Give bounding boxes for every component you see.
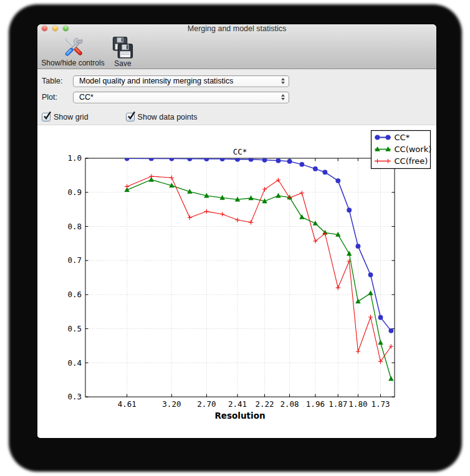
plot-select-value: CC* bbox=[79, 92, 269, 103]
controls-panel: Table: Model quality and intensity mergi… bbox=[37, 69, 436, 125]
zoom-button[interactable] bbox=[63, 26, 69, 31]
show-grid-checkbox[interactable] bbox=[42, 113, 50, 121]
svg-text:1.80: 1.80 bbox=[348, 399, 367, 409]
svg-text:CC*: CC* bbox=[233, 147, 247, 156]
axes-frame bbox=[85, 158, 395, 397]
plot-label: Plot: bbox=[42, 92, 57, 103]
checkmark-icon bbox=[127, 111, 137, 121]
svg-text:0.8: 0.8 bbox=[67, 222, 82, 231]
svg-text:CC(work): CC(work) bbox=[395, 145, 432, 154]
show-data-points-label: Show data points bbox=[138, 113, 198, 121]
checkmark-icon bbox=[42, 111, 52, 121]
svg-text:1.96: 1.96 bbox=[306, 399, 325, 409]
svg-text:2.70: 2.70 bbox=[197, 399, 216, 409]
y-tick-labels: 0.30.40.50.60.70.80.91.0 bbox=[67, 153, 82, 401]
series-CC(work) bbox=[124, 177, 393, 381]
svg-text:0.9: 0.9 bbox=[67, 188, 82, 197]
svg-text:CC*: CC* bbox=[395, 133, 410, 142]
show-data-points-checkbox[interactable] bbox=[126, 113, 135, 121]
save-button[interactable]: Save bbox=[108, 36, 138, 68]
series-CC* bbox=[125, 156, 393, 333]
svg-text:0.3: 0.3 bbox=[67, 392, 82, 401]
plot-title: CC* bbox=[233, 147, 247, 156]
save-icon bbox=[111, 36, 135, 59]
tools-icon bbox=[62, 36, 84, 59]
x-tick-labels: 4.613.202.702.412.222.081.961.871.801.73 bbox=[118, 399, 390, 409]
minimize-button[interactable] bbox=[52, 26, 58, 31]
checkbox-row: Show grid Show data points bbox=[42, 112, 198, 122]
svg-text:0.6: 0.6 bbox=[67, 290, 82, 299]
stepper-arrows-icon bbox=[281, 78, 285, 84]
table-select-value: Model quality and intensity merging stat… bbox=[79, 76, 269, 87]
figure-svg: 4.613.202.702.412.222.081.961.871.801.73… bbox=[37, 125, 436, 438]
show-hide-controls-label: Show/hide controls bbox=[41, 59, 104, 67]
svg-text:1.73: 1.73 bbox=[371, 399, 390, 409]
close-button[interactable] bbox=[42, 26, 47, 31]
x-axis-label: Resolution bbox=[214, 411, 265, 421]
svg-text:3.20: 3.20 bbox=[162, 399, 181, 409]
traffic-lights bbox=[42, 26, 69, 31]
legend: CC*CC(work)CC(free) bbox=[372, 131, 432, 169]
table-select[interactable]: Model quality and intensity merging stat… bbox=[73, 75, 289, 87]
svg-text:0.5: 0.5 bbox=[67, 324, 82, 333]
show-hide-controls-button[interactable]: Show/hide controls bbox=[38, 36, 108, 68]
table-label: Table: bbox=[42, 75, 62, 87]
svg-text:1.87: 1.87 bbox=[329, 399, 347, 409]
series-CC(free) bbox=[125, 174, 393, 363]
grid bbox=[85, 158, 395, 397]
svg-text:2.08: 2.08 bbox=[281, 399, 299, 409]
figure-panel: 4.613.202.702.412.222.081.961.871.801.73… bbox=[37, 125, 436, 438]
svg-text:1.0: 1.0 bbox=[67, 153, 82, 163]
svg-text:2.41: 2.41 bbox=[228, 399, 247, 409]
svg-text:0.7: 0.7 bbox=[67, 255, 82, 265]
stepper-arrows-icon bbox=[281, 94, 285, 100]
svg-text:2.22: 2.22 bbox=[255, 399, 274, 409]
svg-text:4.61: 4.61 bbox=[118, 399, 137, 409]
axis-ticks bbox=[85, 158, 395, 397]
window-title: Merging and model statistics bbox=[37, 24, 436, 34]
show-grid-label: Show grid bbox=[54, 113, 89, 121]
plot-select[interactable]: CC* bbox=[73, 92, 289, 103]
svg-text:0.4: 0.4 bbox=[67, 358, 82, 368]
app-window: Merging and model statistics bbox=[37, 24, 436, 438]
svg-text:Resolution: Resolution bbox=[214, 411, 265, 421]
save-label: Save bbox=[114, 60, 131, 68]
svg-text:CC(free): CC(free) bbox=[395, 156, 428, 166]
titlebar-toolbar: Merging and model statistics bbox=[37, 24, 436, 69]
